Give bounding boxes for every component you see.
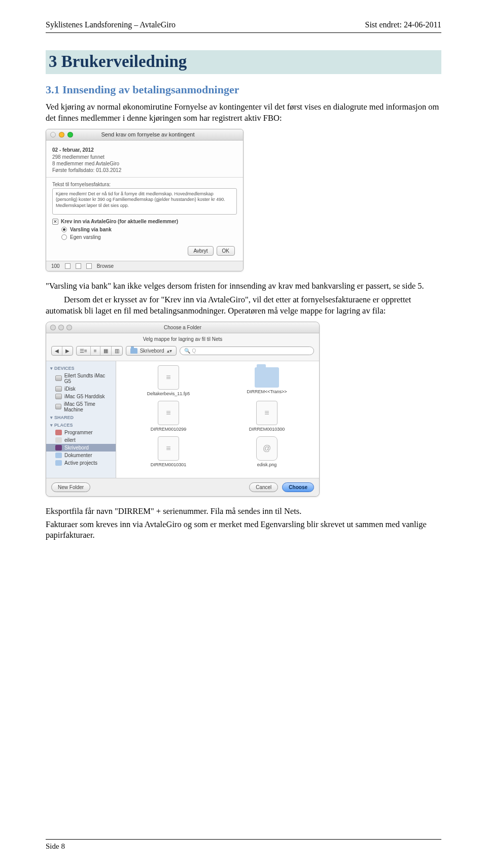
header-right: Sist endret: 24-06-2011 <box>365 20 442 29</box>
folder-icon <box>255 367 279 388</box>
status-icon <box>65 263 71 269</box>
chooser-titlebar: Choose a Folder <box>46 322 319 333</box>
document-icon: ≡ <box>158 436 179 461</box>
header-rule <box>46 32 441 33</box>
file-item[interactable]: ≡DIRREM0010301 <box>121 436 216 470</box>
textarea-label: Tekst til fornyelsesfaktura: <box>52 182 237 187</box>
new-folder-button[interactable]: New Folder <box>51 482 90 492</box>
status-mode: Browse <box>97 263 114 269</box>
dialog-title: Send krav om fornyelse av kontingent <box>57 131 239 137</box>
dialog-status-bar: 100 Browse <box>46 261 243 271</box>
sidebar-item[interactable]: Programmer <box>46 429 116 436</box>
document-icon: ≡ <box>256 401 277 425</box>
dialog-found: 298 medlemmer funnet <box>52 154 237 160</box>
desktop-icon <box>55 445 62 450</box>
sidebar-item[interactable]: Eilert Sundts iMac G5 <box>46 372 116 385</box>
search-icon: 🔍 <box>184 348 190 354</box>
chooser-sidebar: ▾DEVICES Eilert Sundts iMac G5 iDisk iMa… <box>46 361 116 478</box>
file-item[interactable]: DIRREM<<Trans>> <box>220 365 314 399</box>
sidebar-section-places[interactable]: ▾PLACES <box>46 421 116 429</box>
status-icon <box>86 263 92 269</box>
view-icon-3[interactable]: ▦ <box>100 346 112 355</box>
image-icon: @ <box>256 436 277 461</box>
ok-button[interactable]: OK <box>217 246 235 256</box>
folder-icon <box>55 453 62 458</box>
apps-icon <box>55 430 62 435</box>
radio-bank[interactable] <box>61 227 67 232</box>
page-number: Side 8 <box>46 842 65 851</box>
file-item[interactable]: @edisk.png <box>220 436 314 470</box>
sidebar-item[interactable]: iMac G5 Harddisk <box>46 393 116 400</box>
avtalegiro-checkbox[interactable]: ✕ <box>52 219 58 225</box>
file-item[interactable]: ≡Deltakerbevis_11.fp5 <box>121 365 216 399</box>
view-icon-4[interactable]: ▥ <box>112 346 122 355</box>
view-icon-2[interactable]: ≡ <box>91 346 100 355</box>
chevron-updown-icon: ▴▾ <box>167 348 172 354</box>
paragraph-varsling: "Varsling via bank" kan ikke velges ders… <box>46 281 441 292</box>
paragraph-fakturaer: Fakturaer som kreves inn via AvtaleGiro … <box>46 519 441 541</box>
file-item[interactable]: ≡DIRREM0010300 <box>220 401 314 434</box>
intro-paragraph: Ved kjøring av normal økonomirutine Forn… <box>46 101 441 124</box>
sidebar-item[interactable]: iDisk <box>46 385 116 393</box>
dialog-due: Første forfallsdato: 01.03.2012 <box>52 167 237 173</box>
folder-icon <box>55 460 62 466</box>
invoice-text-input[interactable]: Kjære medlem! Det er nå tid for å fornye… <box>52 188 237 215</box>
folder-selected: Skrivebord <box>140 348 164 354</box>
cancel-button[interactable]: Avbryt <box>188 246 213 256</box>
document-icon: ≡ <box>158 401 179 425</box>
folder-dropdown[interactable]: Skrivebord ▴▾ <box>126 346 177 356</box>
sidebar-section-shared[interactable]: ▾SHARED <box>46 413 116 421</box>
sidebar-item[interactable]: iMac G5 Time Machine <box>46 400 116 413</box>
dialog-date: 02 - februar, 2012 <box>52 147 237 153</box>
document-icon: ≡ <box>158 365 179 390</box>
search-input[interactable]: 🔍 Q <box>180 346 315 355</box>
close-icon[interactable] <box>50 132 56 137</box>
disclosure-icon: ▾ <box>50 366 53 371</box>
harddisk-icon <box>55 394 62 399</box>
timemachine-icon <box>55 404 61 409</box>
file-grid[interactable]: ≡Deltakerbevis_11.fp5 DIRREM<<Trans>> ≡D… <box>116 361 319 478</box>
sidebar-item[interactable]: eilert <box>46 436 116 444</box>
paragraph-krysset: Dersom det er krysset av for "Krev inn v… <box>46 294 441 317</box>
status-count: 100 <box>51 263 60 269</box>
radio-bank-label: Varsling via bank <box>70 227 112 232</box>
cancel-button[interactable]: Cancel <box>249 482 278 492</box>
sidebar-item[interactable]: Dokumenter <box>46 452 116 459</box>
sidebar-item[interactable]: Active projects <box>46 459 116 467</box>
dialog-titlebar: Send krav om fornyelse av kontingent <box>46 129 243 141</box>
sidebar-section-devices[interactable]: ▾DEVICES <box>46 364 116 372</box>
search-placeholder: Q <box>192 348 196 354</box>
renewal-dialog: Send krav om fornyelse av kontingent 02 … <box>46 129 244 271</box>
disclosure-icon: ▾ <box>50 415 53 420</box>
paragraph-export: Eksportfila får navn "DIRREM" + serienum… <box>46 506 441 517</box>
view-icon-1[interactable]: ☰≡ <box>77 346 91 355</box>
radio-own[interactable] <box>61 234 67 240</box>
status-icon <box>76 263 81 269</box>
home-icon <box>55 437 62 443</box>
sidebar-item-selected[interactable]: Skrivebord <box>46 444 116 452</box>
avtalegiro-checkbox-label: Krev inn via AvtaleGiro (for aktuelle me… <box>61 219 178 224</box>
folder-chooser-dialog: Choose a Folder Velg mappe for lagring a… <box>46 322 320 497</box>
chooser-title: Choose a Folder <box>164 325 201 330</box>
header-left: Syklistenes Landsforening – AvtaleGiro <box>46 20 176 29</box>
nav-back-forward[interactable]: ◀ ▶ <box>51 346 73 356</box>
dialog-avtale: 8 medlemmer med AvtaleGiro <box>52 161 237 166</box>
imac-icon <box>55 375 62 381</box>
file-item[interactable]: ≡DIRREM0010299 <box>121 401 216 434</box>
footer-rule <box>46 839 441 840</box>
choose-button[interactable]: Choose <box>282 482 314 492</box>
zoom-icon[interactable] <box>66 325 72 330</box>
disclosure-icon: ▾ <box>50 423 53 428</box>
view-mode-segment[interactable]: ☰≡ ≡ ▦ ▥ <box>76 346 123 356</box>
section-heading: 3 Brukerveiledning <box>46 50 441 74</box>
idisk-icon <box>55 386 62 392</box>
minimize-icon[interactable] <box>58 325 64 330</box>
forward-icon[interactable]: ▶ <box>62 346 73 355</box>
close-icon[interactable] <box>50 325 56 330</box>
chooser-subtitle: Velg mappe for lagring av fil til Nets <box>46 336 319 342</box>
folder-icon <box>130 348 137 354</box>
back-icon[interactable]: ◀ <box>52 346 62 355</box>
radio-own-label: Egen varsling <box>70 234 101 240</box>
subsection-heading: 3.1 Innsending av betalingsanmodninger <box>46 83 441 96</box>
